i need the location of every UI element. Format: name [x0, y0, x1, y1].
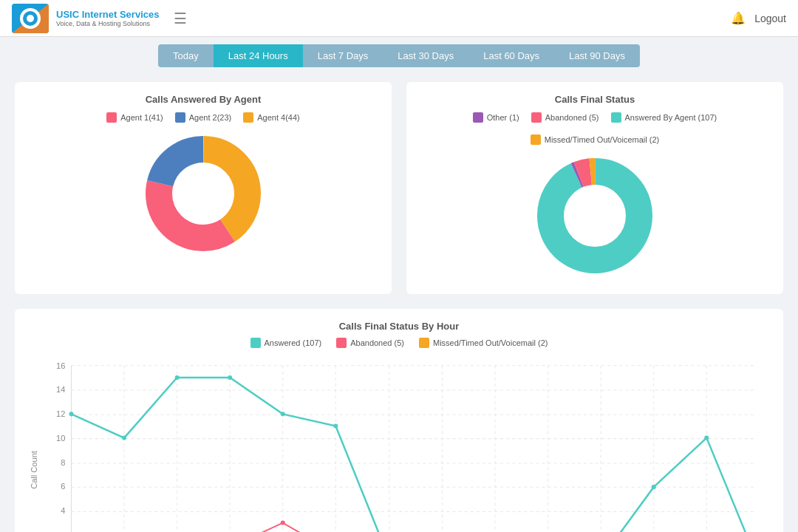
tab-last24[interactable]: Last 24 Hours — [214, 44, 303, 67]
tab-last7[interactable]: Last 7 Days — [303, 44, 383, 67]
tab-last90[interactable]: Last 90 Days — [554, 44, 640, 67]
y-label-4: 4 — [61, 506, 65, 515]
donut-chart-2: Calls Final Status Other (1) Abandoned (… — [406, 82, 783, 294]
legend-line-missed-dot — [419, 338, 429, 348]
legend-abandoned-label: Abandoned (5) — [545, 113, 599, 122]
donut-charts-row: Calls Answered By Agent Agent 1(41) Agen… — [15, 82, 783, 294]
legend-missed-dot — [531, 134, 541, 145]
donut-chart-1: Calls Answered By Agent Agent 1(41) Agen… — [15, 82, 392, 294]
legend-line-answered: Answered (107) — [250, 338, 322, 348]
legend-agent4-label: Agent 4(44) — [257, 113, 299, 122]
legend-agent4: Agent 4(44) — [243, 112, 299, 123]
legend-agent2: Agent 2(23) — [175, 112, 231, 123]
tab-bar: Today Last 24 Hours Last 7 Days Last 30 … — [0, 37, 798, 75]
donut2-container — [418, 149, 771, 282]
tab-last30[interactable]: Last 30 Days — [383, 44, 468, 67]
donut2-title: Calls Final Status — [418, 94, 771, 105]
donut2-svg — [528, 149, 661, 282]
legend-line-missed: Missed/Timed Out/Voicemail (2) — [419, 338, 548, 348]
donut1-hole — [175, 166, 231, 222]
y-label-12: 12 — [56, 409, 65, 418]
logo-subtitle: Voice, Data & Hosting Solutions — [56, 20, 159, 27]
legend-abandoned-dot — [531, 112, 542, 123]
y-axis-labels: 0 2 4 6 8 10 12 14 16 — [56, 361, 65, 532]
legend-agent2-dot — [175, 112, 185, 123]
y-axis-title: Call Count — [30, 451, 38, 489]
line-chart-area: 0 2 4 6 8 10 12 14 16 Call Count 12:00 1… — [27, 355, 771, 532]
line-chart-card: Calls Final Status By Hour Answered (107… — [15, 309, 783, 532]
legend-line-abandoned-label: Abandoned (5) — [350, 338, 404, 347]
y-label-8: 8 — [61, 458, 65, 467]
legend-line-abandoned-dot — [336, 338, 347, 348]
logo-area: USIC Internet Services Voice, Data & Hos… — [12, 4, 187, 33]
svg-point-32 — [333, 423, 338, 428]
logo-text: USIC Internet Services Voice, Data & Hos… — [56, 9, 159, 27]
logo-title: USIC Internet Services — [56, 9, 159, 20]
tab-today[interactable]: Today — [158, 44, 214, 67]
legend-other-dot — [473, 112, 483, 123]
donut2-legend: Other (1) Abandoned (5) Answered By Agen… — [418, 112, 771, 145]
legend-agent4-dot — [243, 112, 253, 123]
donut1-title: Calls Answered By Agent — [27, 94, 380, 105]
y-label-14: 14 — [56, 385, 65, 394]
line-chart-svg: 0 2 4 6 8 10 12 14 16 Call Count 12:00 1… — [27, 355, 771, 532]
donut2-hole — [567, 188, 623, 244]
legend-agent1-label: Agent 1(41) — [120, 113, 163, 122]
line-chart-title: Calls Final Status By Hour — [27, 321, 771, 332]
svg-point-39 — [704, 436, 709, 440]
svg-point-38 — [652, 485, 656, 489]
bell-icon[interactable]: 🔔 — [731, 11, 746, 25]
abandoned-dots — [69, 521, 758, 532]
legend-answered-label: Answered By Agent (107) — [625, 113, 717, 122]
donut1-legend: Agent 1(41) Agent 2(23) Agent 4(44) — [27, 112, 380, 123]
svg-point-29 — [175, 375, 180, 380]
legend-answered-dot — [611, 112, 621, 123]
grid — [71, 366, 756, 532]
header-right: 🔔 Logout — [731, 11, 786, 25]
legend-missed: Missed/Timed Out/Voicemail (2) — [531, 134, 659, 145]
legend-other-label: Other (1) — [487, 113, 519, 122]
svg-point-4 — [27, 15, 34, 22]
legend-line-abandoned: Abandoned (5) — [336, 338, 404, 348]
legend-answered-by-agent: Answered By Agent (107) — [611, 112, 717, 123]
y-label-16: 16 — [56, 361, 65, 370]
legend-line-missed-label: Missed/Timed Out/Voicemail (2) — [433, 338, 548, 347]
legend-agent2-label: Agent 2(23) — [189, 113, 231, 122]
header: USIC Internet Services Voice, Data & Hos… — [0, 0, 798, 37]
answered-dots — [69, 375, 758, 532]
donut1-svg — [137, 127, 270, 260]
hamburger-menu-icon[interactable]: ☰ — [174, 10, 187, 27]
donut1-container — [27, 127, 380, 260]
svg-point-30 — [228, 375, 232, 380]
logo-svg — [12, 4, 49, 33]
svg-point-28 — [122, 436, 126, 440]
main-content: Calls Answered By Agent Agent 1(41) Agen… — [0, 75, 798, 532]
svg-point-45 — [281, 521, 285, 525]
svg-point-27 — [69, 412, 73, 416]
legend-abandoned: Abandoned (5) — [531, 112, 599, 123]
legend-missed-label: Missed/Timed Out/Voicemail (2) — [545, 135, 659, 144]
logout-button[interactable]: Logout — [754, 13, 786, 24]
legend-agent1: Agent 1(41) — [106, 112, 163, 123]
svg-point-31 — [281, 412, 285, 416]
legend-other: Other (1) — [473, 112, 519, 123]
legend-agent1-dot — [106, 112, 117, 123]
legend-line-answered-label: Answered (107) — [265, 338, 322, 347]
y-label-10: 10 — [56, 434, 65, 443]
legend-line-answered-dot — [250, 338, 261, 348]
y-label-6: 6 — [61, 482, 65, 491]
line-chart-legend: Answered (107) Abandoned (5) Missed/Time… — [27, 338, 771, 348]
tab-last60[interactable]: Last 60 Days — [468, 44, 554, 67]
logo-box — [12, 4, 49, 33]
